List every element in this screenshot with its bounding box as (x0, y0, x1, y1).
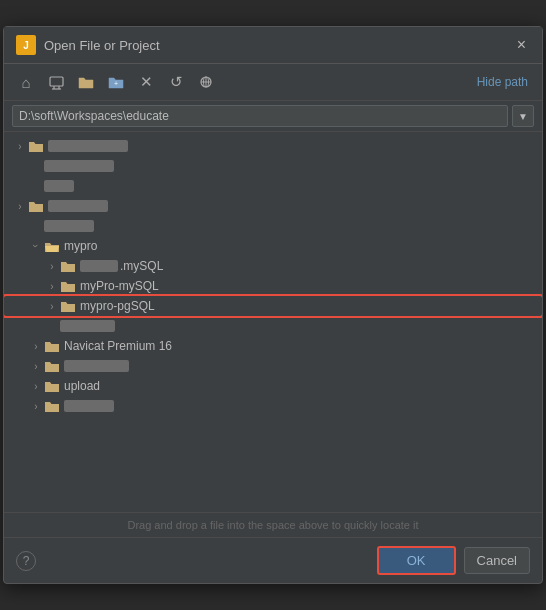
tree-row[interactable]: › myPro-mySQL (4, 276, 542, 296)
drag-hint-text: Drag and drop a file into the space abov… (127, 519, 418, 531)
item-label: mypro-pgSQL (80, 299, 155, 313)
chevron-right-icon: › (12, 198, 28, 214)
item-label (44, 160, 114, 172)
title-bar: J Open File or Project × (4, 27, 542, 64)
item-label: upload (64, 379, 100, 393)
item-label: .mySQL (120, 259, 163, 273)
folder-icon (60, 278, 76, 294)
folder-button[interactable] (74, 70, 98, 94)
item-label (64, 360, 129, 372)
path-bar: ▼ (4, 101, 542, 132)
item-label (64, 400, 114, 412)
tree-row[interactable]: › (4, 196, 542, 216)
item-label (60, 320, 115, 332)
close-button[interactable]: × (513, 35, 530, 55)
hide-path-button[interactable]: Hide path (473, 73, 532, 91)
tree-row[interactable]: › (4, 136, 542, 156)
chevron-right-icon: › (28, 378, 44, 394)
open-file-dialog: J Open File or Project × ⌂ (3, 26, 543, 584)
folder-icon (44, 398, 60, 414)
app-icon: J (16, 35, 36, 55)
dialog-footer: ? OK Cancel (4, 537, 542, 583)
item-label (44, 180, 74, 192)
chevron-right-icon: › (44, 258, 60, 274)
home-button[interactable]: ⌂ (14, 70, 38, 94)
delete-button[interactable]: ✕ (134, 70, 158, 94)
path-input[interactable] (12, 105, 508, 127)
svg-text:+: + (114, 80, 118, 87)
tree-row[interactable]: › (4, 356, 542, 376)
folder-open-icon (44, 238, 60, 254)
toolbar: ⌂ + ✕ ↺ (4, 64, 542, 101)
item-label (44, 220, 94, 232)
title-bar-left: J Open File or Project (16, 35, 160, 55)
item-label: myPro-mySQL (80, 279, 159, 293)
folder-icon (44, 378, 60, 394)
spacer (28, 158, 44, 174)
spacer (28, 218, 44, 234)
svg-rect-0 (50, 77, 63, 86)
tree-row-navicat[interactable]: › Navicat Premium 16 (4, 336, 542, 356)
chevron-right-icon: › (44, 298, 60, 314)
help-button[interactable]: ? (16, 551, 36, 571)
folder-icon (44, 358, 60, 374)
tree-row-mypro[interactable]: › mypro (4, 236, 542, 256)
folder-icon (44, 338, 60, 354)
toolbar-buttons: ⌂ + ✕ ↺ (14, 70, 218, 94)
tree-row[interactable]: › (4, 396, 542, 416)
chevron-right-icon: › (12, 138, 28, 154)
file-tree: › › (4, 132, 542, 512)
folder-icon (28, 138, 44, 154)
item-label: mypro (64, 239, 97, 253)
tree-row[interactable] (4, 156, 542, 176)
path-dropdown-button[interactable]: ▼ (512, 105, 534, 127)
ok-button[interactable]: OK (377, 546, 456, 575)
chevron-down-icon: › (28, 238, 44, 254)
tree-row[interactable] (4, 176, 542, 196)
spacer (44, 318, 60, 334)
tree-row[interactable] (4, 316, 542, 336)
chevron-right-icon: › (44, 278, 60, 294)
folder-alt-button[interactable]: + (104, 70, 128, 94)
folder-icon (60, 298, 76, 314)
folder-icon (28, 198, 44, 214)
item-label (48, 140, 128, 152)
spacer (28, 178, 44, 194)
item-label (48, 200, 108, 212)
monitor-button[interactable] (44, 70, 68, 94)
cancel-button[interactable]: Cancel (464, 547, 530, 574)
item-label-blurred (80, 260, 118, 272)
network-button[interactable] (194, 70, 218, 94)
drag-hint: Drag and drop a file into the space abov… (4, 512, 542, 537)
chevron-right-icon: › (28, 338, 44, 354)
tree-row-upload[interactable]: › upload (4, 376, 542, 396)
chevron-right-icon: › (28, 398, 44, 414)
item-label: Navicat Premium 16 (64, 339, 172, 353)
tree-row-mypro-pgsql[interactable]: › mypro-pgSQL (4, 296, 542, 316)
tree-row[interactable]: › .mySQL (4, 256, 542, 276)
tree-row[interactable] (4, 216, 542, 236)
chevron-right-icon: › (28, 358, 44, 374)
folder-icon (60, 258, 76, 274)
dialog-title: Open File or Project (44, 38, 160, 53)
refresh-button[interactable]: ↺ (164, 70, 188, 94)
